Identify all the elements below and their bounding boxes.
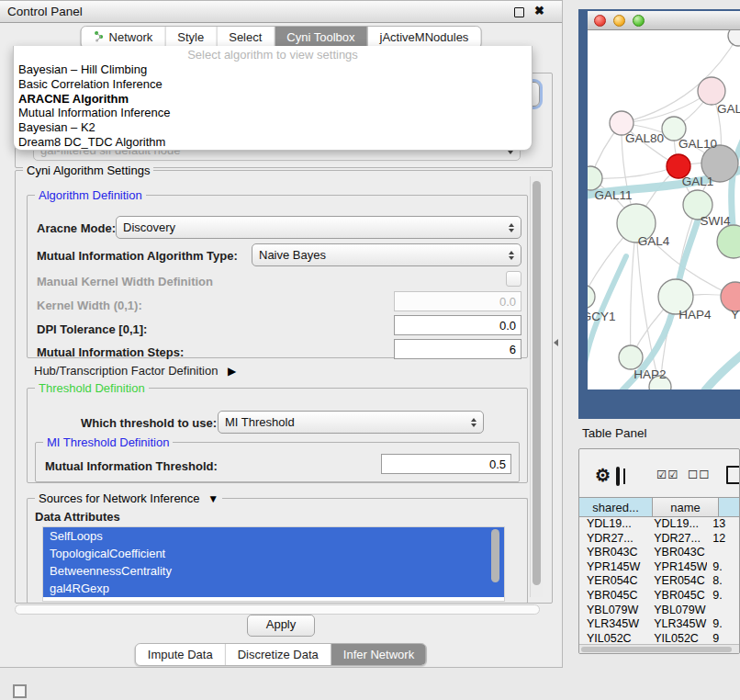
column-header-shared[interactable]: shared...	[579, 497, 653, 517]
apply-button[interactable]: Apply	[247, 615, 315, 637]
table-cell: YIL052C	[579, 632, 646, 644]
tab-cyni-toolbox[interactable]: Cyni Toolbox	[275, 27, 367, 48]
network-node[interactable]	[698, 77, 725, 105]
network-canvas[interactable]: GALGAL80GAL10GAL1GAL11GAL4SWI4GCY1HAP4YH…	[588, 30, 740, 390]
sources-legend-text: Sources for Network Inference	[39, 491, 200, 505]
settings-scrollbar-track[interactable]	[530, 176, 543, 597]
network-edge[interactable]	[590, 166, 678, 178]
table-cell: 9.	[707, 560, 740, 575]
close-icon[interactable]: ✖	[534, 4, 544, 17]
kernel-width-field[interactable]	[394, 291, 521, 311]
zoom-traffic-light-icon[interactable]	[633, 15, 645, 27]
node-label-gal11: GAL11	[594, 188, 632, 202]
mi-type-label: Mutual Information Algorithm Type:	[37, 249, 238, 263]
which-threshold-value: MI Threshold	[225, 415, 295, 429]
control-panel-title: Control Panel	[7, 5, 83, 18]
minimize-traffic-light-icon[interactable]	[613, 15, 625, 27]
collapsed-panel-icon[interactable]	[13, 684, 27, 698]
network-view-window: GALGAL80GAL10GAL1GAL11GAL4SWI4GCY1HAP4YH…	[578, 9, 740, 419]
table-row[interactable]: YLR345WYLR345W9.	[579, 617, 740, 632]
network-node-gcy1[interactable]	[588, 285, 595, 309]
table-row[interactable]: YBR043CYBR043C	[579, 546, 740, 560]
tab-discretize-data[interactable]: Discretize Data	[226, 644, 331, 665]
columns-icon[interactable]	[616, 467, 620, 486]
settings-hscrollbar[interactable]	[15, 604, 540, 615]
table-row[interactable]: YIL052CYIL052C9	[579, 632, 740, 644]
unchecked-pair-icon[interactable]: ☐☐	[688, 468, 710, 481]
close-traffic-light-icon[interactable]	[594, 15, 606, 27]
table-cell: 9.	[707, 617, 740, 632]
column-header-name[interactable]: name	[653, 497, 719, 517]
checked-pair-icon[interactable]: ☑☑	[656, 468, 678, 481]
gear-icon[interactable]: ⚙	[595, 467, 611, 484]
manual-kernel-label: Manual Kernel Width Definition	[37, 275, 213, 288]
algorithm-option-basic-correlation-inference[interactable]: Basic Correlation Inference	[14, 77, 532, 92]
network-node-hap2[interactable]	[619, 345, 643, 369]
table-cell: YBL079W	[579, 604, 646, 618]
threshold-definition-legend: Threshold Definition	[35, 381, 149, 395]
table-row[interactable]: YER054CYER054C8.	[579, 574, 740, 589]
attribute-item-gal4rgexp[interactable]: gal4RGexp	[43, 580, 504, 597]
tab-select[interactable]: Select	[217, 27, 275, 48]
table-row[interactable]: YBL079WYBL079W	[579, 604, 740, 618]
table-cell: 9	[707, 632, 740, 644]
table-cell: YDR27...	[646, 532, 707, 547]
attribute-item-selfloops[interactable]: SelfLoops	[43, 527, 504, 545]
manual-kernel-checkbox[interactable]	[506, 271, 521, 287]
attribute-list-scrollbar[interactable]	[491, 529, 499, 582]
algorithm-option-bayesian-hill-climbing[interactable]: Bayesian – Hill Climbing	[14, 62, 532, 77]
mi-threshold-field[interactable]	[381, 454, 511, 474]
hub-definition-expander[interactable]: Hub/Transcription Factor Definition ▶	[34, 364, 236, 378]
algorithm-option-mutual-information-inference[interactable]: Mutual Information Inference	[14, 106, 532, 120]
network-node-gal11[interactable]	[588, 166, 602, 190]
network-node[interactable]	[728, 30, 740, 46]
node-label-gcy1: GCY1	[588, 310, 615, 323]
tab-network-label: Network	[109, 30, 153, 44]
table-cell: YIL052C	[646, 632, 707, 644]
function-builder-icon[interactable]	[726, 466, 740, 484]
table-cell: YBR043C	[646, 546, 707, 560]
table-row[interactable]: YDR27...YDR27...12	[579, 532, 740, 547]
table-row[interactable]: YBR045CYBR045C9.	[579, 589, 740, 604]
network-graph[interactable]: GALGAL80GAL10GAL1GAL11GAL4SWI4GCY1HAP4YH…	[588, 30, 740, 390]
network-edge[interactable]	[631, 223, 636, 357]
node-label-y: Y	[731, 308, 739, 322]
tab-style[interactable]: Style	[165, 27, 217, 48]
table-header-row: shared...name	[579, 497, 740, 517]
mi-type-value: Naive Bayes	[259, 248, 326, 262]
table-row[interactable]: YPR145WYPR145W9.	[579, 560, 740, 575]
mi-steps-field[interactable]	[394, 339, 521, 359]
settings-scrollbar-thumb[interactable]	[533, 181, 541, 585]
which-threshold-combo[interactable]: MI Threshold	[218, 411, 484, 434]
splitter-handle-icon[interactable]	[554, 339, 558, 346]
expander-expanded-icon[interactable]: ▼	[207, 492, 219, 505]
tab-jactivemnodules[interactable]: jActiveMNodules	[368, 27, 481, 48]
tab-impute-data[interactable]: Impute Data	[136, 644, 226, 665]
table-hscrollbar-thumb[interactable]	[581, 647, 732, 652]
aracne-mode-combo[interactable]: Discovery	[116, 216, 521, 239]
table-cell: YLR345W	[646, 617, 707, 632]
attribute-item-topologicalcoefficient[interactable]: TopologicalCoefficient	[43, 545, 504, 562]
algorithm-option-aracne-algorithm[interactable]: ARACNE Algorithm	[14, 92, 532, 107]
node-label-hap2: HAP2	[633, 367, 666, 381]
tab-infer-network[interactable]: Infer Network	[331, 644, 426, 665]
dpi-tolerance-field[interactable]	[394, 315, 521, 335]
table-hscrollbar-track[interactable]	[579, 644, 740, 654]
attribute-item-betweennesscentrality[interactable]: BetweennessCentrality	[43, 562, 504, 580]
tab-network[interactable]: Network	[82, 27, 166, 48]
algorithm-option-dream8-dc-tdc-algorithm[interactable]: Dream8 DC_TDC Algorithm	[14, 135, 532, 150]
algorithm-option-bayesian-k2[interactable]: Bayesian – K2	[14, 120, 532, 135]
sources-legend: Sources for Network Inference ▼	[35, 491, 222, 505]
column-header-2[interactable]	[719, 497, 740, 517]
mi-type-combo[interactable]: Naive Bayes	[252, 243, 521, 266]
table-cell: YLR345W	[579, 617, 646, 632]
kernel-width-label: Kernel Width (0,1):	[37, 299, 142, 312]
tab-impute-data-label: Impute Data	[148, 648, 213, 661]
table-cell: 13	[707, 517, 740, 532]
network-node[interactable]	[717, 225, 740, 258]
table-row[interactable]: YDL19...YDL19...13	[579, 517, 740, 532]
tab-select-label: Select	[229, 30, 262, 44]
node-label-gal10: GAL10	[678, 137, 717, 151]
mi-threshold-label: Mutual Information Threshold:	[45, 459, 218, 473]
float-window-icon[interactable]	[514, 7, 524, 17]
